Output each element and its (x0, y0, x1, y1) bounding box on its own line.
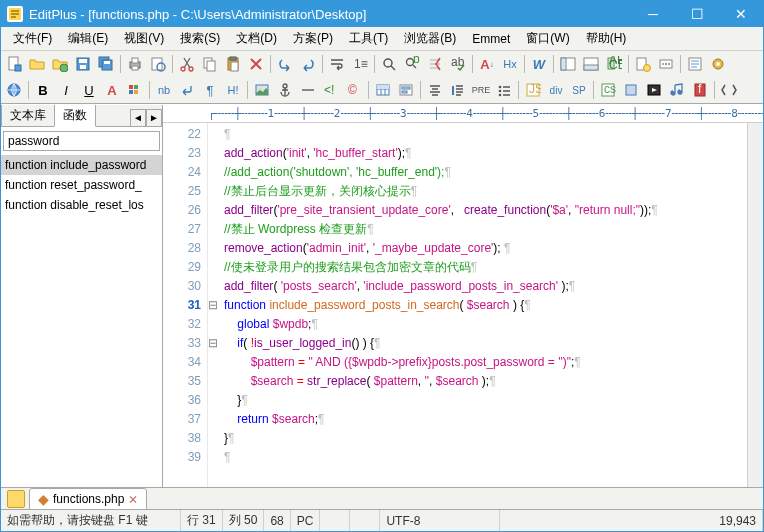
document-tabs: ◆ functions.php ⨯ (1, 487, 763, 509)
menu-item[interactable]: 窗口(W) (518, 27, 577, 50)
print-preview-icon[interactable] (147, 53, 169, 75)
svg-point-43 (716, 62, 720, 66)
underline-icon[interactable]: U (78, 79, 100, 101)
paste-icon[interactable] (222, 53, 244, 75)
function-list-item[interactable]: function reset_password_ (1, 175, 162, 195)
audio-icon[interactable] (666, 79, 688, 101)
menu-item[interactable]: 浏览器(B) (396, 27, 464, 50)
redo-icon[interactable] (297, 53, 319, 75)
heading-icon[interactable]: H! (222, 79, 244, 101)
line-number-icon[interactable]: 1≡ (349, 53, 371, 75)
comment-icon[interactable]: <! (320, 79, 342, 101)
menu-item[interactable]: 文件(F) (5, 27, 60, 50)
open-remote-icon[interactable] (49, 53, 71, 75)
output-window-icon[interactable] (580, 53, 602, 75)
cut-icon[interactable] (176, 53, 198, 75)
function-list-item[interactable]: function include_password (1, 155, 162, 175)
replace-icon[interactable]: b (401, 53, 423, 75)
svg-rect-52 (302, 89, 314, 91)
copy-icon[interactable] (199, 53, 221, 75)
document-tab-label: functions.php (53, 492, 124, 506)
open-file-icon[interactable] (26, 53, 48, 75)
bold-icon[interactable]: B (32, 79, 54, 101)
menu-item[interactable]: 搜索(S) (172, 27, 228, 50)
nonbreaking-icon[interactable]: nb (153, 79, 175, 101)
svg-text:<!: <! (324, 83, 334, 97)
menu-item[interactable]: Emmet (464, 29, 518, 49)
blockquote-icon[interactable] (447, 79, 469, 101)
syntax-settings-icon[interactable] (684, 53, 706, 75)
pre-icon[interactable]: PRE (470, 79, 492, 101)
cliptext-icon[interactable]: ABCD (603, 53, 625, 75)
find-icon[interactable] (378, 53, 400, 75)
code-editor[interactable]: ¶add_action('init', 'hc_buffer_start');¶… (220, 123, 747, 487)
print-icon[interactable] (124, 53, 146, 75)
span-icon[interactable]: SP (568, 79, 590, 101)
line-break-icon[interactable] (176, 79, 198, 101)
menu-item[interactable]: 视图(V) (116, 27, 172, 50)
document-tab[interactable]: ◆ functions.php ⨯ (29, 488, 147, 510)
goto-line-icon[interactable] (424, 53, 446, 75)
sidebar-tab-functions[interactable]: 函数 (54, 104, 96, 127)
function-list-item[interactable]: function disable_reset_los (1, 195, 162, 215)
preferences-icon[interactable] (655, 53, 677, 75)
new-file-icon[interactable] (3, 53, 25, 75)
paragraph-icon[interactable]: ¶ (199, 79, 221, 101)
status-encoding[interactable]: UTF-8 (380, 510, 500, 531)
form-icon[interactable] (395, 79, 417, 101)
hr-icon[interactable] (297, 79, 319, 101)
media-icon[interactable] (643, 79, 665, 101)
directory-indicator-icon[interactable] (7, 490, 25, 508)
fold-gutter[interactable]: ⊟ ⊟ (208, 123, 220, 487)
style-icon[interactable]: css (597, 79, 619, 101)
svg-point-17 (189, 67, 193, 71)
function-search-input[interactable] (3, 131, 160, 151)
browser-icon[interactable] (3, 79, 25, 101)
table-icon[interactable] (372, 79, 394, 101)
div-icon[interactable]: div (545, 79, 567, 101)
svg-text:1≡: 1≡ (354, 57, 368, 71)
svg-text:CD: CD (609, 58, 622, 72)
svg-point-69 (671, 91, 675, 95)
svg-point-51 (283, 84, 287, 88)
svg-point-36 (644, 65, 651, 72)
save-icon[interactable] (72, 53, 94, 75)
directory-window-icon[interactable] (557, 53, 579, 75)
menu-item[interactable]: 工具(T) (341, 27, 396, 50)
sidebar-tab-cliptext[interactable]: 文本库 (1, 104, 55, 126)
script-icon[interactable]: JS (522, 79, 544, 101)
menu-item[interactable]: 帮助(H) (578, 27, 635, 50)
align-center-icon[interactable] (424, 79, 446, 101)
delete-icon[interactable] (245, 53, 267, 75)
undo-icon[interactable] (274, 53, 296, 75)
maximize-button[interactable]: ☐ (675, 1, 719, 27)
hex-view-icon[interactable]: Hx (499, 53, 521, 75)
word-wrap-icon[interactable] (326, 53, 348, 75)
flash-icon[interactable]: f (689, 79, 711, 101)
svg-rect-12 (132, 58, 138, 63)
vertical-scrollbar[interactable] (747, 123, 763, 487)
image-icon[interactable] (251, 79, 273, 101)
settings-icon[interactable] (707, 53, 729, 75)
spellcheck-icon[interactable]: ab (447, 53, 469, 75)
object-icon[interactable] (620, 79, 642, 101)
anchor-icon[interactable] (274, 79, 296, 101)
browser-preview-icon[interactable]: W (528, 53, 550, 75)
menu-item[interactable]: 文档(D) (228, 27, 285, 50)
close-tab-icon[interactable]: ⨯ (128, 492, 138, 506)
list-icon[interactable] (493, 79, 515, 101)
document-template-icon[interactable] (632, 53, 654, 75)
sidebar-next-button[interactable]: ► (146, 109, 162, 126)
more-colors-icon[interactable] (124, 79, 146, 101)
char-entity-icon[interactable]: © (343, 79, 365, 101)
font-color-icon[interactable]: A (101, 79, 123, 101)
menu-item[interactable]: 方案(P) (285, 27, 341, 50)
menu-item[interactable]: 编辑(E) (60, 27, 116, 50)
save-all-icon[interactable] (95, 53, 117, 75)
html-toolbar-toggle-icon[interactable] (718, 79, 740, 101)
sidebar-prev-button[interactable]: ◄ (130, 109, 146, 126)
italic-icon[interactable]: I (55, 79, 77, 101)
minimize-button[interactable]: ─ (631, 1, 675, 27)
close-button[interactable]: ✕ (719, 1, 763, 27)
font-size-icon[interactable]: A↓ (476, 53, 498, 75)
